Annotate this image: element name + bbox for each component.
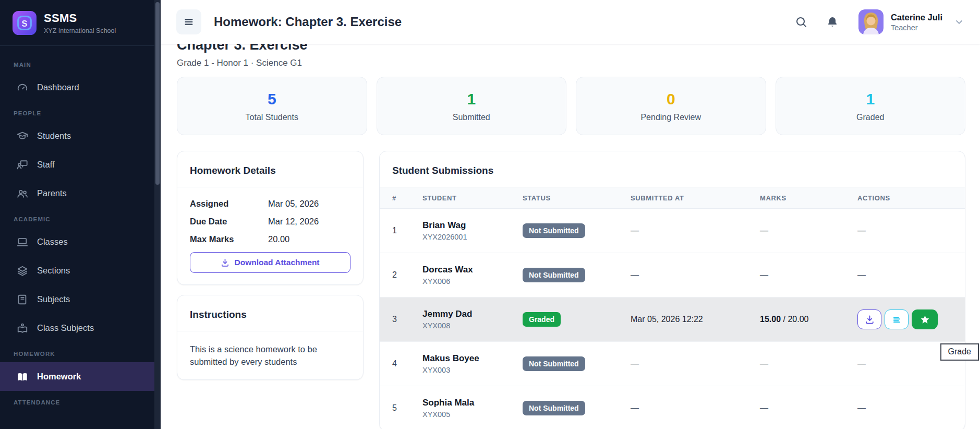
download-icon [221, 258, 229, 267]
homework-details-body: AssignedMar 05, 2026Due DateMar 12, 2026… [177, 187, 363, 284]
status-badge: Not Submitted [523, 401, 585, 415]
grade-button[interactable] [912, 309, 938, 329]
submitted-at-cell: — [631, 270, 760, 280]
student-name: Dorcas Wax [422, 265, 523, 275]
chevron-down-icon [954, 17, 964, 27]
sidebar-item-label: Dashboard [37, 82, 79, 92]
grade-tooltip: Grade [940, 343, 979, 361]
student-name: Sophia Mala [422, 398, 523, 408]
parents-icon [17, 188, 28, 199]
stat-value: 1 [866, 90, 875, 108]
submitted-at-cell: — [631, 403, 760, 413]
star-icon [920, 315, 930, 325]
detail-value: 20.00 [268, 234, 289, 244]
stat-card-pending-review: 0Pending Review [576, 77, 766, 135]
submission-row-makus-boyee: 4Makus BoyeeXYX003Not Submitted——— [380, 342, 965, 386]
homework-details-rows: AssignedMar 05, 2026Due DateMar 12, 2026… [190, 199, 350, 244]
sidebar-item-label: Students [37, 131, 71, 141]
sidebar: S SSMS XYZ International School MAINDash… [0, 0, 161, 429]
detail-label: Due Date [190, 217, 268, 227]
student-cell: Sophia MalaXYX005 [422, 398, 523, 419]
sidebar-item-parents[interactable]: Parents [0, 179, 161, 208]
search-button[interactable] [795, 15, 808, 29]
row-number: 1 [392, 226, 422, 235]
staff-icon [17, 159, 28, 171]
top-header: Homework: Chapter 3. Exercise [161, 0, 980, 44]
detail-value: Mar 05, 2026 [268, 199, 319, 209]
sidebar-section-label-main: MAIN [14, 62, 161, 68]
sidebar-item-sections[interactable]: Sections [0, 256, 161, 285]
marks-cell: — [760, 270, 857, 280]
classes-icon [17, 236, 28, 248]
left-column: Homework Details AssignedMar 05, 2026Due… [177, 151, 364, 380]
app-subtitle: XYZ International School [44, 27, 116, 34]
search-icon [795, 16, 808, 28]
sidebar-item-classes[interactable]: Classes [0, 228, 161, 256]
status-badge: Not Submitted [523, 223, 585, 238]
app-window: S SSMS XYZ International School MAINDash… [0, 0, 980, 429]
download-attachment-label: Download Attachment [234, 258, 319, 267]
student-cell: Makus BoyeeXYX003 [422, 353, 523, 374]
sidebar-item-staff[interactable]: Staff [0, 150, 161, 179]
submitted-at-cell: Mar 05, 2026 12:22 [631, 315, 760, 324]
row-number: 2 [392, 270, 422, 280]
instructions-text: This is a science homework to be submitt… [190, 343, 346, 368]
sidebar-section-label-homework: HOMEWORK [14, 351, 161, 357]
sidebar-item-class-subjects[interactable]: Class Subjects [0, 314, 161, 342]
sidebar-item-label: Parents [37, 188, 67, 198]
sidebar-item-label: Subjects [37, 294, 70, 304]
svg-text:S: S [22, 18, 28, 28]
student-id: XYX006 [422, 277, 523, 285]
stat-value: 0 [667, 90, 675, 108]
sidebar-item-students[interactable]: Students [0, 122, 161, 150]
actions-cell: — [857, 226, 952, 235]
student-cell: Dorcas WaxXYX006 [422, 265, 523, 285]
student-cell: Jemmy DadXYX008 [422, 309, 523, 330]
profile-menu[interactable]: Caterine Juli Teacher [858, 9, 964, 34]
sidebar-item-homework[interactable]: Homework [0, 362, 161, 391]
sidebar-item-subjects[interactable]: Subjects [0, 285, 161, 314]
download-submission-button[interactable] [857, 309, 881, 329]
sidebar-toggle-button[interactable] [176, 9, 201, 34]
submission-row-dorcas-wax: 2Dorcas WaxXYX006Not Submitted——— [380, 253, 965, 297]
student-name: Jemmy Dad [422, 309, 523, 319]
sidebar-scrollbar-thumb[interactable] [155, 2, 160, 185]
detail-row-due-date: Due DateMar 12, 2026 [190, 217, 350, 227]
detail-row-assigned: AssignedMar 05, 2026 [190, 199, 350, 209]
download-attachment-button[interactable]: Download Attachment [190, 252, 350, 273]
instructions-title: Instructions [177, 295, 363, 331]
detail-label: Assigned [190, 199, 268, 209]
homework-details-card: Homework Details AssignedMar 05, 2026Due… [177, 151, 364, 285]
submission-row-jemmy-dad: 3Jemmy DadXYX008GradedMar 05, 2026 12:22… [380, 297, 965, 342]
marks-cell: — [760, 226, 857, 235]
marks-max: / 20.00 [781, 315, 808, 324]
stat-label: Pending Review [640, 113, 701, 122]
sidebar-item-label: Class Subjects [37, 323, 94, 333]
main-content: Chapter 3. Exercise Grade 1 - Honor 1 · … [161, 44, 980, 429]
sidebar-scrollbar-track [154, 0, 161, 429]
stat-label: Total Students [246, 113, 298, 122]
column-header--: # [392, 194, 422, 202]
app-name: SSMS [44, 11, 116, 25]
notifications-button[interactable] [826, 15, 840, 29]
sidebar-item-label: Homework [37, 372, 81, 382]
stat-card-graded: 1Graded [776, 77, 966, 135]
submission-row-brian-wag: 1Brian WagXYX2026001Not Submitted——— [380, 209, 965, 253]
table-header-row: #STUDENTSTATUSSUBMITTED ATMARKSACTIONS [380, 187, 965, 209]
detail-row-max-marks: Max Marks20.00 [190, 234, 350, 244]
sidebar-item-dashboard[interactable]: Dashboard [0, 73, 161, 102]
student-id: XYX003 [422, 366, 523, 374]
status-badge: Not Submitted [523, 356, 585, 371]
app-logo-icon: S [13, 11, 37, 35]
header-title: Homework: Chapter 3. Exercise [214, 15, 402, 29]
stat-label: Submitted [453, 113, 490, 122]
gauge-icon [17, 82, 28, 93]
instructions-card: Instructions This is a science homework … [177, 295, 364, 380]
stats-row: 5Total Students1Submitted0Pending Review… [177, 77, 965, 135]
view-submission-button[interactable] [885, 309, 909, 329]
row-actions [857, 309, 952, 329]
download-icon [865, 315, 875, 325]
menu-icon [183, 16, 195, 28]
row-number: 4 [392, 359, 422, 368]
marks-cell: — [760, 403, 857, 413]
